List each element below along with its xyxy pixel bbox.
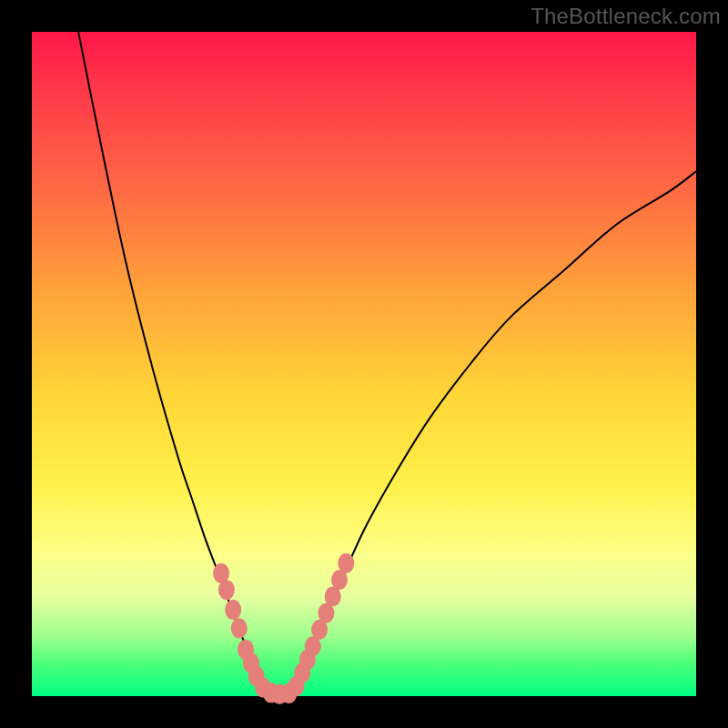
chart-svg [0,0,728,728]
bottleneck-curve [78,32,696,694]
chart-frame: TheBottleneck.com [0,0,728,728]
curve-marker [225,600,241,620]
curve-marker [218,580,235,600]
curve-marker [231,619,248,639]
curve-marker [338,553,354,573]
